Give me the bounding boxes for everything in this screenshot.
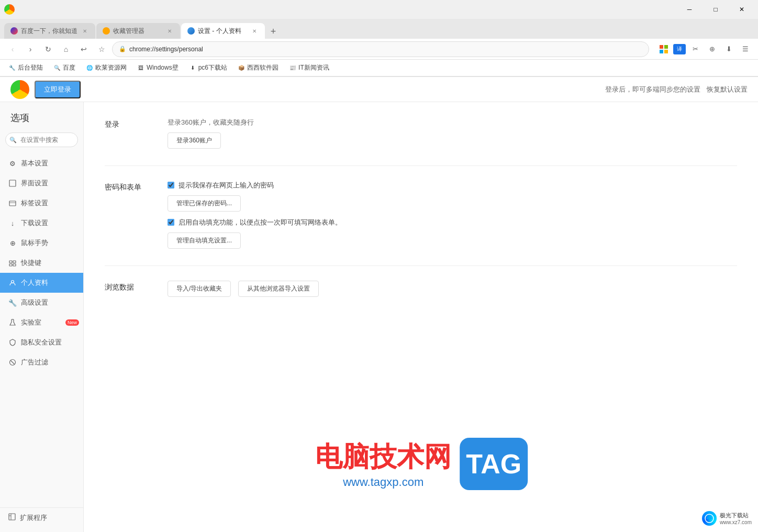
bookmark-login-label: 后台登陆 [18,63,43,72]
sidebar-item-shortcut-label: 快捷键 [21,258,41,268]
tab-bar: 百度一下，你就知道 ✕ 收藏管理器 ✕ 设置 - 个人资料 ✕ + [0,19,758,39]
login-bookmark-icon: 🔧 [8,64,16,72]
search-icon: 🔍 [9,137,17,143]
restore-defaults-button[interactable]: 恢复默认设置 [707,85,748,94]
bookmarks-bar: 🔧 后台登陆 🔍 百度 🌐 欧莱资源网 🖼 Windows壁 ⬇ pc6下载站 … [0,60,758,76]
menu-button[interactable]: ☰ [738,42,753,57]
close-tab-settings[interactable]: ✕ [250,27,259,35]
password-label: 密码和表单 [105,181,168,249]
tab-settings[interactable]: 设置 - 个人资料 ✕ [181,23,265,39]
sidebar-item-tabs[interactable]: 标签设置 [0,193,83,213]
sidebar: 选项 🔍 ⚙ 基本设置 界面设置 [0,102,84,532]
svg-rect-8 [9,264,12,266]
profile-icon [8,279,17,287]
bookmark-baidu[interactable]: 🔍 百度 [50,62,79,73]
divider-2 [105,265,737,266]
shortcut-icon [8,259,17,267]
login-360-button[interactable]: 登录360账户 [168,132,221,149]
import-export-button[interactable]: 导入/导出收藏夹 [168,281,231,297]
star-button[interactable]: ☆ [94,42,109,57]
tab-baidu-title: 百度一下，你就知道 [21,27,77,36]
windows-bookmark-icon: 🖼 [137,64,144,72]
undo-button[interactable]: ↩ [76,42,91,57]
bookmark-login[interactable]: 🔧 后台登陆 [5,62,46,73]
import-browser-button[interactable]: 从其他浏览器导入设置 [238,281,319,297]
close-tab-baidu[interactable]: ✕ [81,27,89,35]
bookmark-oulai[interactable]: 🌐 欧莱资源网 [83,62,130,73]
sidebar-item-download[interactable]: ↓ 下载设置 [0,213,83,233]
sidebar-item-interface-label: 界面设置 [21,179,48,188]
sidebar-item-profile[interactable]: 个人资料 [0,273,83,293]
msn-button[interactable] [656,42,671,57]
save-password-checkbox[interactable] [168,182,174,189]
close-button[interactable]: ✕ [730,2,754,17]
top-login-button[interactable]: 立即登录 [35,81,81,98]
sidebar-item-adblock[interactable]: 广告过滤 [0,352,83,372]
svg-rect-7 [13,261,16,263]
baidu-tab-icon [10,27,18,35]
home-button[interactable]: ⌂ [59,42,73,57]
browser-logo [4,4,15,15]
browse-data-section: 浏览数据 导入/导出收藏夹 从其他浏览器导入设置 [105,281,737,297]
sidebar-item-tabs-label: 标签设置 [21,198,48,208]
bookmark-it[interactable]: 📰 IT新闻资讯 [286,62,332,73]
tab-settings-title: 设置 - 个人资料 [198,27,247,36]
address-bar[interactable]: 🔒 chrome://settings/personal [112,41,649,57]
tab-bookmarks-title: 收藏管理器 [113,27,162,36]
adblock-icon [8,358,17,367]
toolbar: ‹ › ↻ ⌂ ↩ ☆ 🔒 chrome://settings/personal… [0,39,758,60]
xixi-bookmark-icon: 📦 [238,64,245,72]
sidebar-item-interface[interactable]: 界面设置 [0,173,83,193]
privacy-icon [8,338,17,347]
download-button[interactable]: ⬇ [721,42,736,57]
browse-data-content: 导入/导出收藏夹 从其他浏览器导入设置 [168,281,737,297]
back-button[interactable]: ‹ [5,42,20,57]
autofill-checkbox[interactable] [168,219,174,226]
interface-icon [8,179,17,187]
sidebar-item-advanced[interactable]: 🔧 高级设置 [0,293,83,313]
sidebar-item-privacy[interactable]: 隐私安全设置 [0,332,83,352]
bookmark-pc6-label: pc6下载站 [198,63,227,72]
svg-rect-4 [9,180,16,186]
minimize-button[interactable]: ─ [677,2,701,17]
password-content: 提示我保存在网页上输入的密码 管理已保存的密码... 启用自动填充功能，以便点按… [168,181,737,249]
sidebar-title: 选项 [0,107,83,132]
tab-baidu[interactable]: 百度一下，你就知道 ✕ [4,23,95,39]
svg-rect-5 [9,201,16,206]
sidebar-item-extend-label: 扩展程序 [20,513,47,523]
bookmark-pc6[interactable]: ⬇ pc6下载站 [186,62,230,73]
sidebar-item-basic-label: 基本设置 [21,159,48,168]
banner-logo [10,80,29,99]
forward-button[interactable]: › [23,42,38,57]
tab-bookmarks[interactable]: 收藏管理器 ✕ [96,23,180,39]
sidebar-item-mouse[interactable]: ⊕ 鼠标手势 [0,233,83,253]
login-desc: 登录360账户，收藏夹随身行 [168,118,737,127]
sidebar-item-profile-label: 个人资料 [21,278,48,287]
password-section: 密码和表单 提示我保存在网页上输入的密码 管理已保存的密码... 启用自动填充功… [105,181,737,249]
new-tab-button[interactable]: + [266,24,281,39]
svg-rect-1 [664,45,668,49]
login-label: 登录 [105,118,168,149]
close-tab-bookmarks[interactable]: ✕ [165,27,174,35]
maximize-button[interactable]: □ [704,2,728,17]
download-icon: ↓ [8,219,17,227]
manage-password-button[interactable]: 管理已保存的密码... [168,195,241,212]
sidebar-item-mouse-label: 鼠标手势 [21,238,48,248]
bookmark-xixi-label: 西西软件园 [247,63,278,72]
refresh-button[interactable]: ↻ [41,42,55,57]
sidebar-item-privacy-label: 隐私安全设置 [21,338,62,347]
bookmark-windows[interactable]: 🖼 Windows壁 [134,62,182,73]
bookmark-it-label: IT新闻资讯 [298,63,329,72]
save-password-label: 提示我保存在网页上输入的密码 [179,181,274,190]
scissors-button[interactable]: ✂ [688,42,703,57]
sidebar-item-extend[interactable]: 扩展程序 [0,507,83,527]
login-banner: 立即登录 登录后，即可多端同步您的设置 恢复默认设置 [0,77,758,102]
bookmark-xixi[interactable]: 📦 西西软件园 [235,62,282,73]
extensions-button[interactable]: ⊕ [705,42,719,57]
sidebar-item-lab[interactable]: 实验室 New [0,313,83,332]
extend-icon [8,513,16,522]
sidebar-item-basic[interactable]: ⚙ 基本设置 [0,153,83,173]
manage-autofill-button[interactable]: 管理自动填充设置... [168,232,241,249]
translate-button[interactable]: 译 [673,44,686,54]
sidebar-item-shortcut[interactable]: 快捷键 [0,253,83,273]
